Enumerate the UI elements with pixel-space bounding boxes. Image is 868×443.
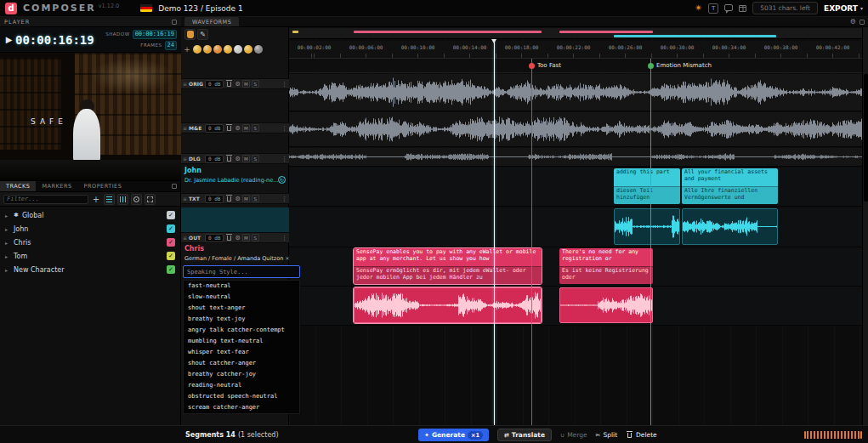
chris-audio-segment[interactable] (559, 287, 653, 323)
settings-icon[interactable]: ⚙ (235, 196, 240, 202)
track-row-global[interactable]: ▸✱Global✓ (0, 208, 180, 222)
drag-handle-icon[interactable]: ≡ (183, 196, 187, 202)
style-option[interactable]: mumbling text-neutral (184, 336, 299, 347)
track-row-chris[interactable]: ▸Chris✓ (0, 236, 180, 249)
track-visibility-checkbox[interactable]: ✓ (167, 211, 175, 219)
gain-value[interactable]: 0 dB (205, 155, 224, 163)
drag-handle-icon[interactable]: ≡ (183, 81, 187, 87)
generate-button[interactable]: ✦ Generate ×1 (418, 429, 489, 441)
expand-panel-icon[interactable] (859, 20, 865, 25)
expand-caret-icon[interactable]: ▸ (5, 213, 10, 219)
trash-icon[interactable] (227, 196, 231, 202)
export-button[interactable]: EXPORT ▾ (824, 4, 863, 13)
trash-icon[interactable] (227, 236, 231, 241)
style-option[interactable]: angry talk catcher-contempt (184, 325, 299, 336)
scrollbar-thumb[interactable] (864, 74, 868, 202)
chris-text-segment[interactable]: There's no need for any registration or … (559, 248, 653, 284)
split-button[interactable]: ✂ Split (596, 431, 618, 439)
gain-value[interactable]: 0 dB (205, 234, 224, 242)
emotion-icon-4[interactable] (224, 45, 232, 54)
track-label-chris[interactable]: Chris (184, 245, 204, 253)
trash-icon[interactable] (227, 82, 231, 87)
tab-markers[interactable]: MARKERS (36, 181, 77, 191)
trash-icon[interactable] (227, 156, 231, 162)
expand-caret-icon[interactable]: ▸ (5, 267, 10, 273)
style-option[interactable]: reading-neutral (184, 380, 299, 391)
timeline-marker[interactable]: Emotion Mismatch (648, 62, 712, 69)
john-text-segment[interactable]: All your financial assets and payment Al… (682, 168, 778, 204)
style-option[interactable]: shout catcher-anger (184, 358, 299, 369)
settings-icon[interactable]: ⚙ (235, 81, 240, 88)
translate-button[interactable]: ⇄ Translate (497, 429, 552, 441)
marquee-select-icon[interactable] (145, 194, 156, 205)
mute-button[interactable]: M (242, 124, 250, 132)
gear-icon[interactable]: ⚙ (850, 18, 856, 26)
kebab-menu-icon[interactable]: ⋮ (281, 125, 287, 132)
emotion-icon-5[interactable] (234, 45, 242, 54)
playhead[interactable] (494, 39, 495, 425)
drag-handle-icon[interactable]: ≡ (183, 235, 187, 241)
hand-tool-button[interactable] (184, 29, 196, 40)
merge-button[interactable]: ∪ Merge (560, 431, 587, 439)
layout-rows-icon[interactable] (104, 194, 115, 205)
track-row-tom[interactable]: ▸Tom✓ (0, 249, 180, 263)
project-breadcrumb[interactable]: Demo 123 / Episode 1 (158, 4, 242, 13)
emotion-icon-6[interactable] (244, 45, 252, 54)
track-visibility-checkbox[interactable]: ✓ (167, 238, 175, 247)
timeline-ruler[interactable]: 00:00:02:0000:00:06:0000:00:10:0000:00:1… (289, 41, 862, 59)
play-button[interactable]: ▶ (3, 35, 15, 44)
style-option[interactable]: shout text-anger (184, 303, 299, 314)
john-audio-segment[interactable] (682, 208, 778, 245)
style-option[interactable]: breathy catcher-joy (184, 369, 299, 380)
kebab-menu-icon[interactable]: ⋮ (281, 156, 287, 162)
style-option[interactable]: scream catcher-anger (184, 402, 299, 413)
emotion-icon-7[interactable] (254, 45, 263, 54)
text-tool-icon[interactable]: T (708, 3, 718, 14)
track-orig-waveform[interactable] (289, 74, 862, 111)
tab-properties[interactable]: PROPERTIES (78, 181, 128, 191)
solo-button[interactable]: S (252, 124, 259, 132)
credits-spark-icon[interactable]: ✴ (695, 3, 702, 14)
style-option[interactable]: obstructed speech-neutral (184, 391, 299, 402)
track-dlg-waveform[interactable] (289, 148, 862, 167)
chris-audio-segment-selected[interactable] (354, 287, 542, 323)
solo-button[interactable]: S (252, 234, 259, 241)
mute-button[interactable]: M (242, 155, 250, 162)
settings-icon[interactable]: ⚙ (235, 235, 240, 241)
style-option[interactable]: slow-neutral (184, 292, 299, 303)
delete-button[interactable]: Delete (626, 431, 657, 439)
chris-text-segment-selected[interactable]: SensePay enables you to pay with any eWa… (354, 248, 542, 284)
settings-icon[interactable]: ⚙ (235, 125, 240, 132)
expand-panel-icon[interactable] (172, 184, 177, 189)
zoom-handle-right[interactable] (860, 431, 862, 439)
voice-selector[interactable]: German / Female / Amanda Quitzon× (184, 255, 309, 262)
record-target-icon[interactable] (131, 194, 142, 205)
track-visibility-checkbox[interactable]: ✓ (167, 224, 175, 233)
mute-button[interactable]: M (242, 195, 250, 202)
solo-button[interactable]: S (252, 80, 259, 88)
solo-button[interactable]: S (252, 195, 259, 202)
john-text-segment[interactable]: adding this part diesen Teil hinzufügen (614, 168, 680, 204)
chat-icon[interactable] (724, 4, 733, 11)
track-visibility-checkbox[interactable]: ✓ (167, 252, 175, 260)
emotion-icon-3[interactable] (213, 45, 222, 54)
expand-caret-icon[interactable]: ▸ (5, 253, 10, 259)
vertical-scrollbar[interactable] (862, 27, 868, 425)
gain-value[interactable]: 0 dB (205, 80, 224, 88)
mute-button[interactable]: M (242, 234, 250, 241)
style-option[interactable]: whisper text-fear (184, 347, 299, 358)
gift-icon[interactable] (739, 5, 746, 12)
add-track-button[interactable]: + (91, 195, 101, 204)
track-row-new-character[interactable]: ▸New Character✓ (0, 263, 180, 276)
layout-columns-icon[interactable] (117, 194, 128, 205)
drag-handle-icon[interactable]: ≡ (183, 156, 187, 162)
settings-icon[interactable]: ⚙ (235, 156, 240, 162)
timeline-marker[interactable]: Too Fast (529, 62, 561, 69)
gain-value[interactable]: 0 dB (205, 124, 224, 133)
speaker-name[interactable]: Dr. Jasmine Labadie (reading-ne... (184, 177, 280, 184)
track-visibility-checkbox[interactable]: ✓ (167, 265, 175, 274)
app-logo[interactable]: d (5, 3, 17, 14)
emotion-icon-2[interactable] (203, 45, 212, 54)
kebab-menu-icon[interactable]: ⋮ (281, 196, 287, 202)
video-preview[interactable]: SAFE (0, 53, 181, 181)
